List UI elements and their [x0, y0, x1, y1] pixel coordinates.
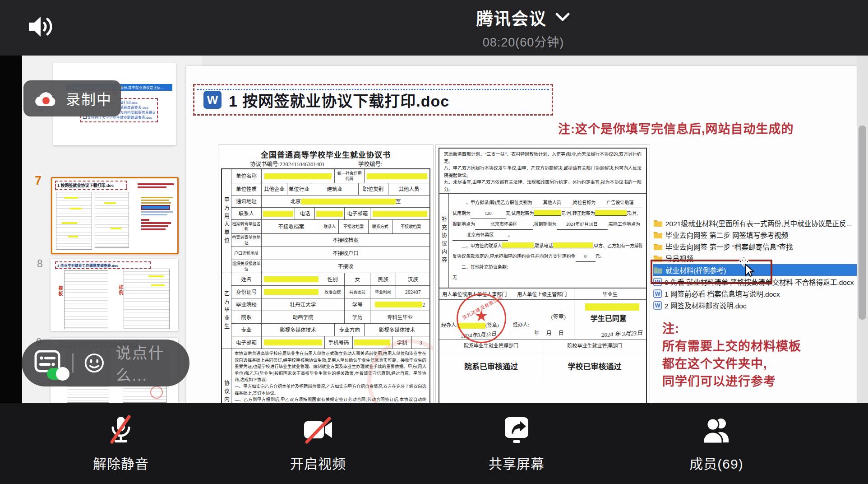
redacted-highlight: [534, 210, 561, 216]
note-line: 所有需要上交的材料模板: [662, 338, 801, 355]
form-label-cell: 手机号码: [324, 336, 352, 349]
supplement-line: 报到地点为北京市怀柔区,报到期限为2024年07月10日,实际工作地点为: [452, 219, 642, 230]
supplement-content: 一、甲方拟录(聘)用乙方职位类别为其他人员,岗位名称为广告设计助理,试用期为12…: [449, 194, 646, 288]
meeting-title-dropdown[interactable]: 腾讯会议: [406, 0, 641, 30]
thumb8-title: 3 毕业生对就业工作满意度调查表.doc: [55, 261, 151, 269]
file-name: 毕业去向网签 第二步 网签填写参考视频: [665, 230, 788, 240]
thumb7-left-page: [56, 192, 92, 250]
unmute-button[interactable]: 解除静音: [62, 414, 180, 473]
svg-text:W: W: [655, 291, 660, 297]
form-label-cell: 户口迁移地址: [231, 247, 261, 260]
speaker-icon[interactable]: [25, 13, 55, 42]
form-value-cell: [314, 208, 344, 219]
form-label-cell: 性别: [321, 273, 345, 285]
form-value-cell: [261, 273, 321, 285]
agent-label: 经办人:: [441, 322, 457, 328]
form-label-cell: 统一社会信用代码: [334, 169, 364, 183]
members-button[interactable]: 成员(69): [658, 414, 775, 473]
supplement-line: 反协议条款规定的,应承担相应的违约责任并向对方支付违约金0元。: [452, 251, 642, 262]
form-label-cell: 联系人: [231, 208, 261, 219]
redacted-highlight: [263, 211, 293, 217]
share-screen-label: 共享屏幕: [458, 453, 575, 473]
word-icon: W: [653, 289, 662, 298]
form-value-cell: 影视多媒体技术: [364, 324, 429, 336]
chat-input[interactable]: 说点什么...: [115, 341, 189, 385]
form-label-cell: 电子邮箱: [344, 208, 370, 219]
folder-icon: [653, 231, 663, 239]
form-page-right: 志愿服务西部计划、“三支一扶”、农村特岗教师计划、入伍等)就业,而无法履行本协议…: [435, 144, 650, 403]
form-label-cell: 电子邮箱: [231, 336, 261, 349]
folder-icon: [653, 219, 663, 227]
form-label-cell: 组织关系接收单位: [231, 260, 261, 273]
form-title: 全国普通高等学校毕业生就业协议书: [218, 149, 433, 160]
form-label-cell: 联系方式: [368, 220, 392, 233]
form-value-cell: 不接收: [261, 260, 429, 273]
form-value-cell: 建筑业: [311, 183, 358, 195]
school-number: 学校编号:: [358, 159, 382, 168]
members-label: 成员(69): [658, 453, 775, 473]
form-value-cell: [370, 208, 429, 219]
camera-off-icon: [259, 414, 377, 447]
file-item[interactable]: 毕业去向网签 第一步 “档案邮寄信息”查找: [653, 241, 859, 252]
agreement-clauses-continued: 志愿服务西部计划、“三支一扶”、农村特岗教师计划、入伍等)就业,而无法履行本协议…: [439, 149, 646, 194]
share-screen-icon: [458, 414, 575, 447]
meeting-window: 腾讯会议 08:20(60分钟) 大纲 幻灯片 ‹ 6 2021级就业材料(里面…: [0, 0, 868, 484]
form-label-cell: 单位名称: [231, 169, 261, 183]
form-value-cell: 共青团员: [344, 286, 370, 298]
word-icon: W: [653, 301, 662, 310]
recording-label: 录制中: [66, 88, 112, 109]
form-label-cell: 通讯地址: [231, 195, 261, 207]
redacted-graduate-name: [585, 303, 639, 311]
redacted-highlight: [264, 173, 332, 179]
sig-cell-supervisor: (签章) 经办人: 年 月 日: [510, 300, 574, 340]
scrollbar-thumb[interactable]: [859, 126, 866, 320]
folder-icon: [653, 242, 663, 251]
slide-number-active: 7: [35, 174, 42, 188]
file-name: 毕业去向网签 第一步 “档案邮寄信息”查找: [665, 242, 793, 251]
graduate-sign-date: 2024 年 3月23日: [601, 328, 643, 339]
redacted-highlight: [373, 211, 427, 217]
company-seal: 安九达建设有限公司 ★: [457, 293, 506, 343]
emoji-button[interactable]: [83, 351, 105, 375]
recording-cloud-icon: [32, 89, 59, 108]
file-item[interactable]: W1 网签前必看 档案信息填写说明.docx: [653, 288, 859, 299]
chat-divider: [72, 354, 74, 372]
sig-header-graduate: 毕业生: [574, 289, 646, 299]
thumb7-right-page: [95, 192, 129, 248]
captions-toggle-switch[interactable]: [47, 368, 68, 380]
slide-top-note: 注:这个是你填写完信息后,网站自动生成的: [558, 119, 856, 137]
form-label-cell: 档案转寄单位地址: [231, 234, 261, 247]
thumb7-file-list: [141, 195, 175, 232]
recording-badge[interactable]: 录制中: [23, 80, 121, 116]
form-value-cell: [261, 169, 334, 183]
note-line: 同学们可以进行参考: [662, 373, 801, 391]
file-item[interactable]: 2021级就业材料(里面所有表一式两份,其中就业协议是正反...: [653, 217, 859, 229]
thumb8-left-tag: 模板: [57, 286, 64, 297]
form-value-cell: [364, 169, 429, 183]
slide-bottom-note: 注:所有需要上交的材料模板都在这个文件夹中,同学们可以进行参考: [662, 320, 801, 391]
form-value-cell: [261, 208, 295, 219]
meeting-toolbar: 解除静音 开启视频 共享屏幕: [0, 403, 868, 484]
slide-thumbnail-7[interactable]: 1 按网签就业协议下载打印.doc: [51, 177, 179, 254]
form-section-label: 乙方毕业生: [222, 273, 231, 349]
presentation-slide: W 1 按网签就业协议下载打印.doc 注:这个是你填写完信息后,网站自动生成的…: [186, 66, 857, 403]
form-value-cell: 北京室: [261, 195, 429, 207]
meeting-title: 腾讯会议: [476, 5, 547, 30]
share-screen-button[interactable]: 共享屏幕: [458, 414, 575, 473]
file-item[interactable]: 毕业去向网签 第二步 网签填写参考视频: [653, 229, 859, 241]
form-value-cell: 女: [344, 273, 370, 285]
chevron-down-icon: [555, 12, 570, 24]
captions-toggle[interactable]: [34, 350, 60, 376]
form-value-cell: 其他企业: [261, 183, 287, 195]
form-label-cell: 专业方向: [334, 324, 364, 336]
start-video-button[interactable]: 开启视频: [259, 414, 377, 473]
file-name: 2 网签及材料邮寄说明.doc: [665, 300, 747, 310]
redacted-highlight: [264, 289, 319, 295]
form-value-cell: 动画学院: [261, 311, 344, 323]
form-value-cell: 影视多媒体技术: [261, 324, 334, 336]
form-value-cell: 2: [370, 298, 429, 311]
file-item[interactable]: W2 网签及材料邮寄说明.doc: [653, 299, 859, 311]
sign-label: (签章): [551, 312, 566, 321]
unmute-label: 解除静音: [62, 453, 180, 473]
slide-thumbnail-8[interactable]: 3 毕业生对就业工作满意度调查表.doc 模板 样例: [51, 259, 178, 331]
